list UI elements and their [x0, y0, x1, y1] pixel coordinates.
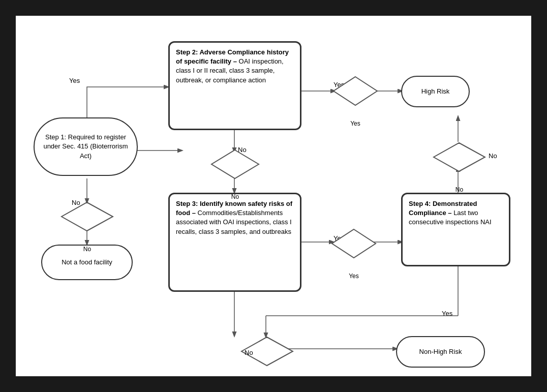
label-no-5: No [245, 349, 253, 356]
label-yes-1: Yes [69, 77, 80, 84]
diamond-yes3: Yes [331, 228, 377, 259]
diamond-no2: No [210, 149, 260, 179]
step1-oval: Step 1: Required to register under Sec. … [34, 117, 138, 176]
high-risk-oval: High Risk [401, 76, 470, 107]
diamond-yes2: Yes [332, 76, 378, 106]
svg-marker-18 [211, 150, 259, 178]
diamond-no4: No [433, 142, 486, 172]
diagram-frame: Yes Step 1: Required to register under S… [14, 14, 533, 378]
svg-marker-20 [434, 143, 485, 171]
svg-marker-16 [62, 202, 113, 231]
label-yes-5: Yes [442, 310, 452, 317]
step2-box: Step 2: Adverse Compliance history of sp… [168, 41, 301, 130]
svg-marker-17 [333, 77, 377, 105]
flowchart-diagram: Yes Step 1: Required to register under S… [16, 16, 531, 376]
label-no-4: No [489, 152, 497, 160]
svg-marker-19 [332, 229, 376, 258]
non-high-risk-oval: Non-High Risk [396, 336, 485, 368]
diamond-no1: No [60, 201, 114, 232]
